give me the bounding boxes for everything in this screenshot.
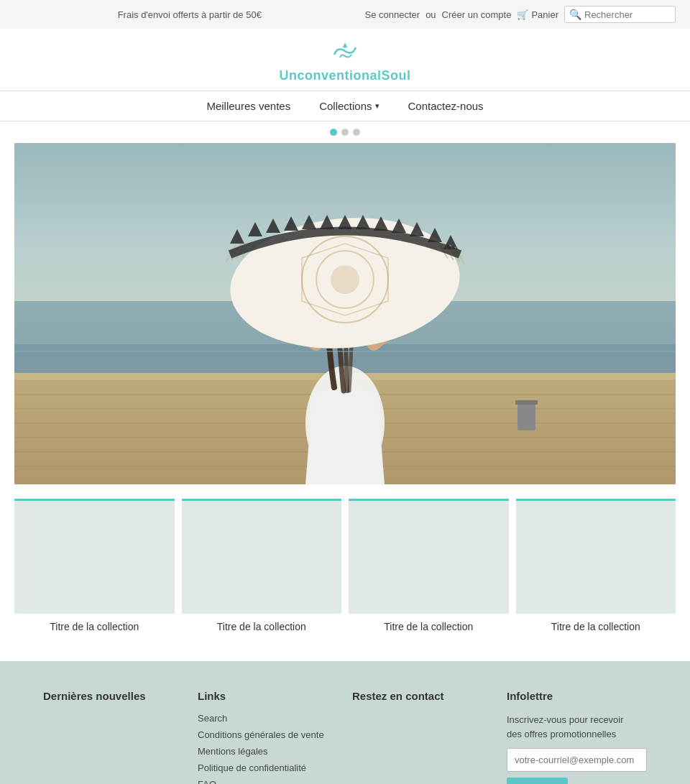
collection-title-1: Titre de la collection <box>50 621 139 632</box>
collection-title-4: Titre de la collection <box>551 621 640 632</box>
collection-item-4[interactable]: Titre de la collection <box>516 499 676 632</box>
search-icon: 🔍 <box>569 9 581 20</box>
footer-col-news: Dernières nouvelles <box>43 690 183 784</box>
hero-container <box>0 143 690 484</box>
footer-col-links: Links Search Conditions générales de ven… <box>198 690 338 784</box>
nav-contact[interactable]: Contactez-nous <box>408 100 484 121</box>
header: UnconventionalSoul <box>0 29 690 91</box>
footer-content: Dernières nouvelles Links Search Conditi… <box>43 690 647 784</box>
nav-collections[interactable]: Collections ▾ <box>319 100 379 121</box>
footer-links-heading: Links <box>198 690 338 702</box>
slider-dot-1[interactable] <box>330 129 337 136</box>
footer-newsletter-description: Inscrivez-vous pour recevoir des offres … <box>507 713 647 741</box>
logo-icon <box>327 40 363 68</box>
footer-newsletter-heading: Infolettre <box>507 690 647 702</box>
footer: Dernières nouvelles Links Search Conditi… <box>0 661 690 784</box>
collection-item-3[interactable]: Titre de la collection <box>349 499 509 632</box>
footer-link-faq[interactable]: FAQ <box>198 779 338 784</box>
logo-text: UnconventionalSoul <box>279 68 410 83</box>
signup-link[interactable]: Créer un compte <box>442 9 512 20</box>
collection-image-2 <box>182 499 342 614</box>
slider-dot-3[interactable] <box>353 129 360 136</box>
nav-best-sellers[interactable]: Meilleures ventes <box>206 100 290 121</box>
slider-dots <box>0 121 690 143</box>
or-separator: ou <box>426 9 436 20</box>
collection-image-4 <box>516 499 676 614</box>
logo[interactable]: UnconventionalSoul <box>279 40 410 83</box>
footer-col-contact: Restez en contact <box>352 690 492 784</box>
svg-marker-0 <box>343 43 347 47</box>
footer-link-search[interactable]: Search <box>198 713 338 724</box>
search-box[interactable]: 🔍 <box>564 6 676 23</box>
hero-image <box>14 143 676 484</box>
search-input[interactable] <box>584 9 671 20</box>
collection-title-3: Titre de la collection <box>384 621 473 632</box>
footer-link-privacy[interactable]: Politique de confidentialité <box>198 762 338 773</box>
cart-link[interactable]: 🛒 Panier <box>517 9 558 20</box>
footer-link-mentions[interactable]: Mentions légales <box>198 746 338 757</box>
top-bar: Frais d'envoi offerts à partir de 50€ Se… <box>0 0 690 29</box>
collections-row: Titre de la collection Titre de la colle… <box>0 484 690 661</box>
svg-rect-11 <box>518 402 535 430</box>
newsletter-email-input[interactable] <box>507 748 647 772</box>
top-bar-actions: Se connecter ou Créer un compte 🛒 Panier… <box>365 6 676 23</box>
cart-icon: 🛒 <box>517 9 528 20</box>
hero-svg <box>14 143 676 484</box>
footer-col-newsletter: Infolettre Inscrivez-vous pour recevoir … <box>507 690 647 784</box>
svg-rect-12 <box>515 400 538 405</box>
shipping-notice: Frais d'envoi offerts à partir de 50€ <box>14 9 365 20</box>
login-link[interactable]: Se connecter <box>365 9 420 20</box>
newsletter-subscribe-button[interactable]: S'inscrire <box>507 778 568 784</box>
collection-item-2[interactable]: Titre de la collection <box>182 499 342 632</box>
collection-image-1 <box>14 499 175 614</box>
collection-title-2: Titre de la collection <box>217 621 306 632</box>
slider-dot-2[interactable] <box>341 129 349 136</box>
footer-news-heading: Dernières nouvelles <box>43 690 183 702</box>
main-nav: Meilleures ventes Collections ▾ Contacte… <box>0 91 690 121</box>
collection-image-3 <box>349 499 509 614</box>
chevron-down-icon: ▾ <box>375 101 380 111</box>
footer-contact-heading: Restez en contact <box>352 690 492 702</box>
svg-point-32 <box>331 265 359 294</box>
footer-link-cgv[interactable]: Conditions générales de vente <box>198 729 338 740</box>
collection-item-1[interactable]: Titre de la collection <box>14 499 175 632</box>
